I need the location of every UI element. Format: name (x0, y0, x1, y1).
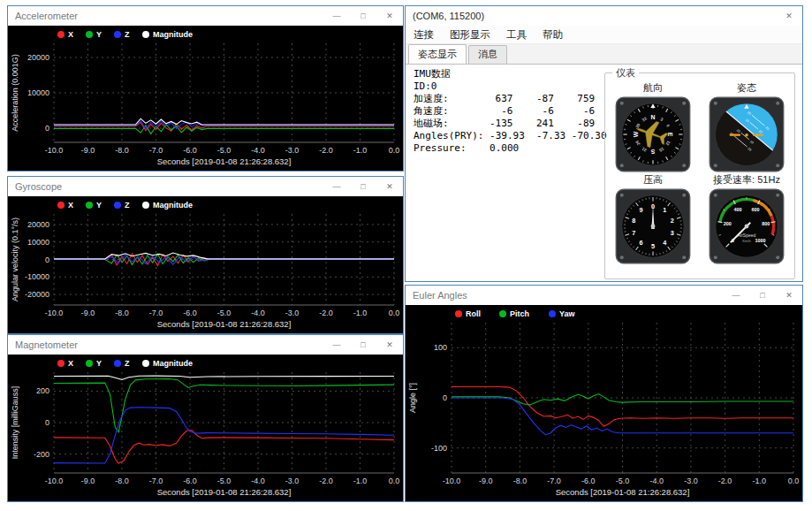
svg-text:N: N (651, 114, 656, 120)
maximize-button[interactable]: □ (350, 177, 376, 196)
svg-text:-9.0: -9.0 (479, 477, 493, 485)
svg-text:E: E (667, 133, 673, 137)
svg-text:X: X (68, 30, 73, 39)
close-button[interactable]: ✕ (776, 286, 802, 305)
svg-text:400: 400 (734, 207, 742, 212)
svg-text:S: S (650, 149, 655, 155)
window-title: Euler Angles (406, 290, 723, 301)
svg-text:-8.0: -8.0 (115, 146, 129, 155)
menu-bar: 连接 图形显示 工具 帮助 (406, 26, 802, 44)
minimize-button[interactable]: — (323, 335, 350, 355)
maximize-button[interactable]: □ (749, 286, 776, 305)
svg-text:2: 2 (671, 217, 674, 225)
svg-text:0: 0 (45, 256, 49, 264)
tab-attitude-display[interactable]: 姿态显示 (408, 44, 467, 64)
svg-text:-8.0: -8.0 (115, 477, 129, 485)
svg-text:9: 9 (640, 206, 643, 214)
svg-text:-9.0: -9.0 (81, 309, 95, 317)
svg-text:Seconds [2019-01-08 21:26:28.6: Seconds [2019-01-08 21:26:28.632] (556, 487, 690, 497)
maximize-button[interactable]: □ (350, 6, 376, 26)
euler-angles-window: Euler Angles — □ ✕ -10.0-9.0-8.0-7.0-6.0… (405, 285, 803, 502)
tab-messages[interactable]: 消息 (468, 45, 507, 64)
svg-text:20000: 20000 (27, 53, 49, 62)
menu-help[interactable]: 帮助 (535, 26, 571, 43)
svg-text:-10000: -10000 (25, 272, 49, 281)
close-button[interactable]: ✕ (376, 335, 403, 355)
svg-text:-2.0: -2.0 (718, 477, 732, 485)
svg-text:-9.0: -9.0 (81, 146, 95, 155)
svg-text:-200: -200 (34, 450, 49, 459)
imu-data-text: IMU数据 ID:0 加速度: 637 -87 759 角速度: -6 -6 -… (414, 68, 607, 155)
chart-canvas: -10.0-9.0-8.0-7.0-6.0-5.0-4.0-3.0-2.0-1.… (8, 196, 403, 333)
attitude-gauge: 1010101020202020 (709, 96, 785, 172)
svg-text:-5.0: -5.0 (217, 146, 231, 155)
accelerometer-chart: -10.0-9.0-8.0-7.0-6.0-5.0-4.0-3.0-2.0-1.… (8, 26, 403, 171)
svg-text:Seconds [2019-01-08 21:26:28.6: Seconds [2019-01-08 21:26:28.632] (157, 319, 292, 329)
svg-text:-6.0: -6.0 (581, 477, 596, 485)
svg-text:600: 600 (751, 207, 759, 212)
altimeter-gauge-svg: 0123456789 (615, 188, 691, 264)
close-button[interactable]: ✕ (376, 6, 403, 26)
chart-canvas: -10.0-9.0-8.0-7.0-6.0-5.0-4.0-3.0-2.0-1.… (8, 26, 403, 171)
svg-text:20000: 20000 (27, 220, 49, 229)
svg-text:1000: 1000 (755, 238, 765, 243)
close-button[interactable]: ✕ (776, 6, 802, 26)
menu-tools[interactable]: 工具 (498, 26, 535, 43)
menu-connect[interactable]: 连接 (406, 26, 442, 43)
minimize-button[interactable]: — (723, 286, 749, 305)
svg-text:Y: Y (96, 359, 102, 368)
accelerometer-titlebar[interactable]: Accelerometer — □ ✕ (8, 6, 403, 26)
maximize-button[interactable]: □ (350, 335, 376, 355)
gyroscope-titlebar[interactable]: Gyroscope — □ ✕ (8, 177, 403, 196)
heading-gauge: N36E1215S2124W3033 (615, 96, 691, 172)
svg-text:-4.0: -4.0 (251, 309, 265, 317)
svg-text:0: 0 (45, 418, 49, 427)
svg-text:-1.0: -1.0 (353, 146, 368, 155)
heading-gauge-svg: N36E1215S2124W3033 (615, 96, 691, 172)
svg-text:-3.0: -3.0 (285, 309, 300, 317)
svg-text:-100: -100 (431, 444, 447, 453)
svg-text:-8.0: -8.0 (115, 309, 129, 317)
accelerometer-window: Accelerometer — □ ✕ -10.0-9.0-8.0-7.0-6.… (7, 5, 404, 172)
svg-text:800: 800 (762, 221, 770, 226)
altimeter-gauge: 0123456789 (615, 188, 691, 264)
gyroscope-chart: -10.0-9.0-8.0-7.0-6.0-5.0-4.0-3.0-2.0-1.… (8, 196, 403, 333)
svg-text:1: 1 (663, 206, 666, 214)
svg-text:X: X (68, 359, 73, 368)
svg-text:-4.0: -4.0 (649, 477, 664, 485)
main-window-title: (COM6, 115200) (406, 11, 776, 21)
main-titlebar[interactable]: (COM6, 115200) ✕ (406, 6, 802, 26)
svg-text:-5.0: -5.0 (616, 477, 630, 485)
svg-text:Angular velocity (0.1°/s): Angular velocity (0.1°/s) (11, 217, 19, 301)
chart-canvas: -10.0-9.0-8.0-7.0-6.0-5.0-4.0-3.0-2.0-1.… (406, 305, 802, 501)
svg-text:-3.0: -3.0 (684, 477, 698, 485)
instruments-groupbox: 仪表 航向 姿态 N36E1215S2124W3033 101010102020… (604, 72, 795, 279)
close-button[interactable]: ✕ (376, 177, 403, 196)
minimize-button[interactable]: — (323, 177, 350, 196)
magnetometer-titlebar[interactable]: Magnetometer — □ ✕ (8, 335, 403, 355)
euler-titlebar[interactable]: Euler Angles — □ ✕ (406, 286, 802, 305)
svg-text:Acceleration (0.001G): Acceleration (0.001G) (11, 54, 19, 132)
gauge-grid: 航向 姿态 N36E1215S2124W3033 101010102020202… (605, 73, 794, 266)
svg-text:5: 5 (651, 242, 655, 250)
svg-text:-4.0: -4.0 (251, 477, 265, 485)
magnetometer-window: Magnetometer — □ ✕ -10.0-9.0-8.0-7.0-6.0… (7, 334, 404, 502)
menu-graph-display[interactable]: 图形显示 (442, 26, 498, 43)
svg-text:200: 200 (36, 386, 49, 395)
window-title: Magnetometer (8, 339, 323, 350)
svg-text:7: 7 (632, 229, 635, 237)
svg-text:X: X (68, 201, 73, 210)
svg-text:0.0: 0.0 (788, 477, 800, 485)
svg-text:-10.0: -10.0 (45, 146, 64, 155)
window-title: Accelerometer (8, 11, 323, 21)
svg-text:Km/h: Km/h (742, 239, 751, 243)
svg-text:0.0: 0.0 (389, 477, 400, 485)
svg-text:-1.0: -1.0 (353, 477, 368, 485)
svg-text:Intensity [milliGauss]: Intensity [milliGauss] (11, 386, 19, 460)
airspeed-gauge-svg: 02004006008001000AirSpeedKm/h (709, 188, 785, 264)
svg-text:-7.0: -7.0 (547, 477, 561, 485)
svg-text:Magnitude: Magnitude (153, 201, 193, 210)
minimize-button[interactable]: — (323, 6, 350, 26)
svg-text:-2.0: -2.0 (319, 309, 333, 317)
svg-text:-3.0: -3.0 (285, 477, 300, 485)
